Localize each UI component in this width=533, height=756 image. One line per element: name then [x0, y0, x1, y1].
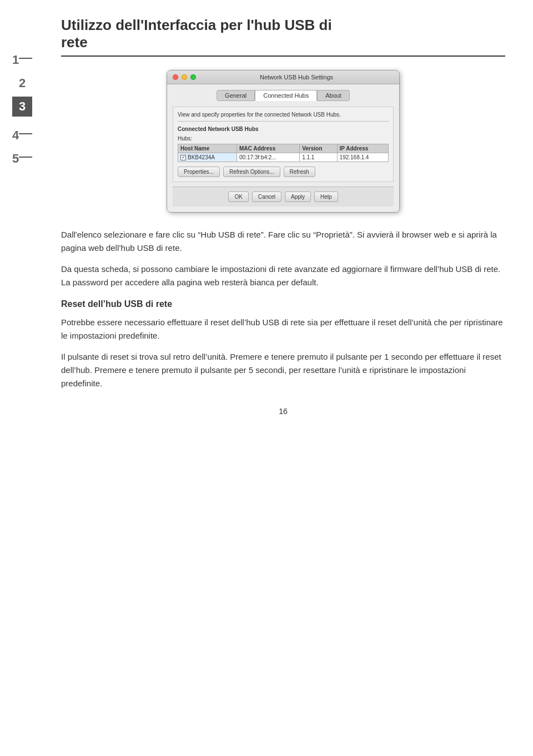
cell-ip: 192.168.1.4: [337, 153, 388, 162]
paragraph-3: Potrebbe essere necessario effettuare il…: [61, 316, 505, 342]
sidebar: 1 2 3 4 5: [0, 0, 44, 756]
mac-dialog: Network USB Hub Settings General Connect…: [167, 70, 400, 213]
close-button[interactable]: [173, 74, 178, 80]
ok-button[interactable]: OK: [228, 191, 248, 202]
maximize-button[interactable]: [190, 74, 196, 80]
page-title: Utilizzo dell'Interfaccia per l'hub USB …: [61, 17, 505, 51]
refresh-options-button[interactable]: Refresh Options...: [223, 167, 280, 177]
main-content: Utilizzo dell'Interfaccia per l'hub USB …: [44, 0, 533, 756]
chapter-2: 2: [12, 73, 32, 93]
chapter-4: 4: [12, 125, 32, 145]
dialog-description: View and specify properties for the conn…: [178, 112, 389, 122]
help-button[interactable]: Help: [314, 191, 338, 202]
col-version: Version: [300, 144, 337, 153]
hub-table: Host Name MAC Address Version IP Address: [178, 144, 389, 162]
screenshot-container: Network USB Hub Settings General Connect…: [61, 70, 505, 213]
properties-button[interactable]: Properties...: [178, 167, 220, 177]
tab-connected-hubs[interactable]: Connected Hubs: [255, 90, 317, 101]
dialog-content-area: View and specify properties for the conn…: [173, 107, 394, 182]
tab-general[interactable]: General: [217, 90, 255, 101]
chapter-numbers: 1 2 3 4 5: [12, 50, 32, 172]
cell-mac: 00:17:3f:b4:2...: [237, 153, 300, 162]
hubs-label: Hubs:: [178, 135, 389, 142]
paragraph-4: Il pulsante di reset si trova sul retro …: [61, 350, 505, 390]
col-ip: IP Address: [337, 144, 388, 153]
title-divider: [61, 56, 505, 57]
table-row: ✓ BKB4234A 00:17:3f:b4:2... 1.1.1 192.16…: [178, 153, 389, 162]
mac-body: General Connected Hubs About View and sp…: [167, 84, 399, 212]
page-container: 1 2 3 4 5 Utilizzo dell'Interfaccia per …: [0, 0, 533, 756]
apply-button[interactable]: Apply: [285, 191, 311, 202]
middle-buttons: Properties... Refresh Options... Refresh: [178, 167, 389, 177]
refresh-button[interactable]: Refresh: [284, 167, 315, 177]
col-mac: MAC Address: [237, 144, 300, 153]
chapter-3-active: 3: [12, 97, 32, 117]
tab-bar: General Connected Hubs About: [173, 90, 394, 101]
col-hostname: Host Name: [178, 144, 237, 153]
tab-about[interactable]: About: [317, 90, 350, 101]
body-text: Dall'elenco selezionare e fare clic su “…: [61, 228, 505, 390]
chapter-5: 5: [12, 149, 32, 169]
reset-section-heading: Reset dell’hub USB di rete: [61, 297, 505, 311]
paragraph-1: Dall'elenco selezionare e fare clic su “…: [61, 228, 505, 255]
paragraph-2: Da questa scheda, si possono cambiare le…: [61, 263, 505, 289]
dialog-title: Network USB Hub Settings: [199, 74, 394, 80]
page-number: 16: [61, 407, 505, 416]
bottom-buttons: OK Cancel Apply Help: [173, 187, 394, 206]
cell-hostname: ✓ BKB4234A: [178, 153, 237, 162]
section-label: Connected Network USB Hubs: [178, 126, 389, 132]
cancel-button[interactable]: Cancel: [252, 191, 281, 202]
row-checkbox[interactable]: ✓: [180, 155, 186, 160]
cell-version: 1.1.1: [300, 153, 337, 162]
mac-titlebar: Network USB Hub Settings: [167, 70, 399, 84]
chapter-1: 1: [12, 50, 32, 70]
minimize-button[interactable]: [182, 74, 187, 80]
